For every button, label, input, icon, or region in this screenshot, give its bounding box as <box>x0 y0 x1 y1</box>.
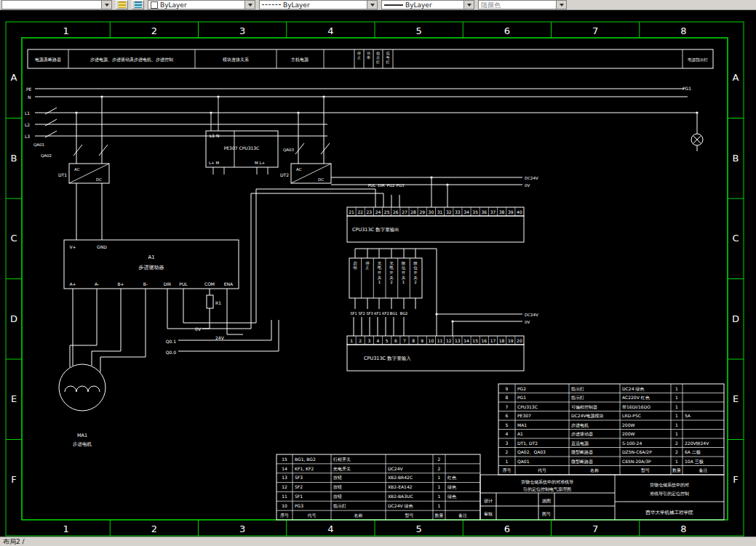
title-text: 货物仓储系统中的对准线导 <box>521 479 573 485</box>
chevron-down-icon[interactable] <box>463 1 474 9</box>
header-cell: 电源指示灯 <box>688 57 708 63</box>
chevron-down-icon[interactable] <box>556 1 566 9</box>
zone-row-label: D <box>10 313 17 324</box>
terminal-number: 2 <box>359 338 362 343</box>
table-cell: 1 <box>675 386 678 391</box>
zone-column-label: 5 <box>415 523 421 534</box>
layer-manager-button[interactable] <box>116 0 128 9</box>
table-cell: 6A 二极 <box>685 449 701 454</box>
layer-dropdown[interactable] <box>1 0 112 9</box>
table-cell: 指示灯 <box>333 503 346 509</box>
table-cell: 光电开关 <box>333 466 351 472</box>
table-cell: 按钮 <box>333 494 342 499</box>
ac-label: AC <box>296 167 302 172</box>
table-cell: 1 <box>675 431 678 436</box>
table-cell: 9 <box>506 386 509 391</box>
driver-terminal: ENA <box>224 281 234 286</box>
linetype-dropdown[interactable]: ByLayer <box>259 0 378 9</box>
junction-dot <box>100 95 103 97</box>
terminal-number: 1 <box>350 338 353 343</box>
switch-column-label: 光电开关1 <box>378 261 382 285</box>
linetype-sample-icon <box>262 4 281 5</box>
input-device-label: KF2 <box>382 311 389 316</box>
linetype-value: ByLayer <box>281 1 367 9</box>
terminal-number: 17 <box>490 338 496 343</box>
lineweight-dropdown[interactable]: ByLayer <box>381 0 474 9</box>
table-cell: 指示灯 <box>570 386 584 392</box>
terminal-number: 15 <box>472 338 478 343</box>
q00-label: Q0.0 <box>166 350 176 355</box>
driver-terminal: PUL <box>179 281 188 286</box>
table-cell: BG1, BG2 <box>295 457 316 462</box>
zone-row-label: A <box>733 72 739 83</box>
terminal-number: 20 <box>517 338 522 343</box>
rail-label-l2: L2 <box>25 122 30 127</box>
plotstyle-dropdown[interactable]: 随颜色 <box>478 0 567 9</box>
table-cell: 2 <box>438 457 441 462</box>
input-module-label: CPU313C 数字量输入 <box>364 356 411 361</box>
terminal-number: 30 <box>429 209 434 214</box>
terminal-number: 25 <box>384 209 390 214</box>
layout-tab[interactable]: 布局2 / <box>3 537 25 546</box>
color-dropdown[interactable]: ByLayer <box>148 0 255 9</box>
terminal-number: 11 <box>437 338 443 343</box>
zone-row-label: C <box>10 233 17 244</box>
table-cell: 1 <box>438 503 441 508</box>
table-cell: 1 <box>675 395 678 400</box>
plc-bottom-terminals: M L+ <box>255 161 266 165</box>
chevron-down-icon[interactable] <box>101 1 111 9</box>
model-space-canvas[interactable]: 电源及断路器 步进电源、步进驱动及步进电机、步进控制 模块连接关系 主机电源 电… <box>0 10 756 537</box>
terminal-number: 33 <box>455 209 461 214</box>
terminal-number: 40 <box>517 209 522 214</box>
driver-terminal: GND <box>97 244 107 249</box>
terminal-number: 10 <box>429 338 434 343</box>
layer-states-button[interactable] <box>132 0 144 9</box>
chevron-down-icon[interactable] <box>244 1 255 9</box>
header-narrow-cell: 停止 <box>357 51 361 60</box>
bundle-label: PG2 <box>386 183 394 188</box>
table-cell: 5 <box>506 422 509 427</box>
layers-icon <box>119 1 126 8</box>
header-narrow-cell: 指示灯 <box>376 51 380 65</box>
terminal-number: 29 <box>419 209 425 214</box>
table-cell: 15 <box>282 457 287 462</box>
zone-column-label: 1 <box>63 25 68 36</box>
zone-column-label: 8 <box>680 523 686 534</box>
table-cell: 13 <box>282 475 287 480</box>
table-cell: 绿色 <box>447 494 457 499</box>
table-cell: 步进电机 <box>571 422 589 428</box>
table-cell: 12 <box>282 484 287 489</box>
terminal-number: 14 <box>463 338 469 343</box>
dc-label: DC <box>318 177 324 182</box>
zone-column-label: 4 <box>327 25 333 36</box>
table-header-cell: 备注 <box>458 513 467 518</box>
zone-column-label: 2 <box>151 25 157 36</box>
zone-column-label: 5 <box>415 25 421 36</box>
terminal-number: 28 <box>410 209 416 214</box>
terminal-number: 18 <box>499 338 505 343</box>
table-cell: C65N-20A/3P <box>622 459 651 464</box>
toolbar: ByLayer ByLayer ByLayer 随颜色 <box>0 0 756 10</box>
switch-column-label: 限位开关2 <box>413 261 418 285</box>
motor-wires <box>70 289 146 372</box>
table-cell: 1 <box>438 475 441 480</box>
drawing-area[interactable]: 电源及断路器 步进电源、步进驱动及步进电机、步进控制 模块连接关系 主机电源 电… <box>0 10 756 537</box>
table-cell: 2 <box>506 449 509 454</box>
color-value: ByLayer <box>158 1 244 9</box>
table-cell: 10 <box>282 503 287 508</box>
rail-label-n: N <box>28 95 31 100</box>
zone-column-label: 3 <box>239 25 245 36</box>
table-cell: 1 <box>675 404 678 409</box>
v24-label: 24V <box>215 335 225 340</box>
driver-terminal: B+ <box>117 281 124 286</box>
table-cell: PE307 <box>517 413 531 418</box>
chevron-down-icon[interactable] <box>367 1 377 9</box>
junction-dot <box>210 111 212 113</box>
table-cell: 1 <box>438 484 441 489</box>
input-device-label: SF2 <box>358 311 365 316</box>
table-header-cell: 序号 <box>503 467 512 473</box>
header-narrow-cell: 信号灯 <box>386 51 390 65</box>
bundle-label: PUL <box>368 183 376 188</box>
zone-column-label: 7 <box>592 523 598 534</box>
input-device-label: SF1 <box>350 311 357 316</box>
